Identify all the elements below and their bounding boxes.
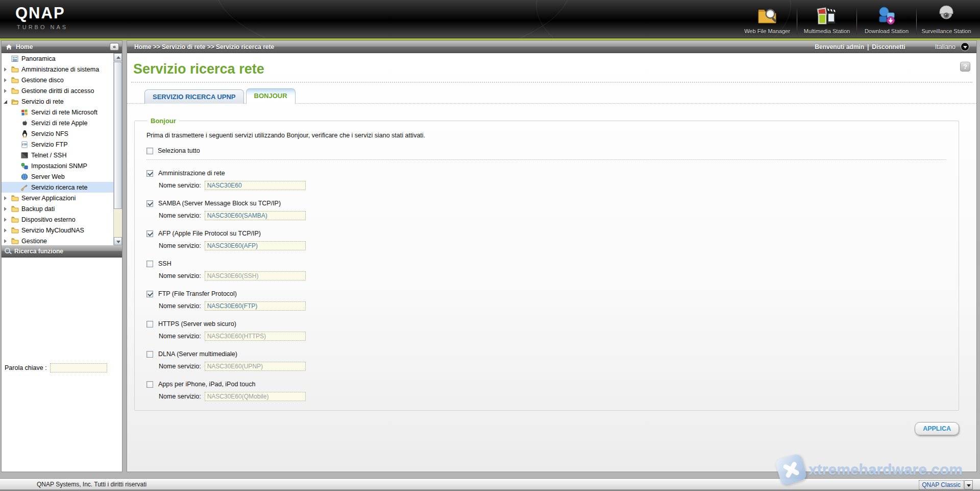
sidebar-item-servizio-ricerca-rete[interactable]: Servizio ricerca rete [2,182,122,193]
service-checkbox-ssh[interactable] [146,261,153,267]
keyword-input[interactable] [50,363,107,372]
chevron-down-icon[interactable] [964,480,973,489]
sidebar-item-gestione-diritti-di-accesso[interactable]: Gestione diritti di accesso [2,85,122,96]
service-name-label: Nome servizio: [159,302,201,310]
sidebar-item-amministrazione-di-sistema[interactable]: Amministrazione di sistema [2,64,122,75]
folder-icon [11,216,19,224]
sidebar-item-servizi-di-rete-apple[interactable]: Servizi di rete Apple [2,118,122,128]
chevron-down-circle-icon[interactable] [961,42,969,51]
content-panel: Home >> Servizio di rete >> Servizio ric… [127,40,977,472]
service-row: Apps per iPhone, iPad, iPod touchNome se… [146,381,946,401]
sidebar-item-server-web[interactable]: Server Web [2,171,122,182]
service-name-input[interactable] [205,211,306,220]
service-name-input[interactable] [205,301,306,311]
expand-arrow-icon[interactable] [4,196,8,201]
house-icon [5,43,13,51]
function-search-header: Ricerca funzione [2,245,122,258]
folder-icon [11,65,19,74]
folder-icon [11,237,19,245]
question-icon[interactable]: ? [960,62,970,72]
sidebar-item-dispositivo-esterno[interactable]: Dispositivo esterno [2,214,122,225]
service-name-input[interactable] [205,271,306,280]
service-checkbox-ftp-file-transfer-protocol[interactable] [146,291,153,297]
sidebar-item-servizi-di-rete-microsoft[interactable]: Servizi di rete Microsoft [2,107,122,118]
qnap-tagline: TURBO NAS [17,24,68,30]
apply-button[interactable]: APPLICA [915,422,959,435]
expand-arrow-icon[interactable] [4,206,8,212]
service-name-input[interactable] [205,392,306,401]
nav-tree: PanoramicaAmministrazione di sistemaGest… [2,53,122,245]
sidebar-item-gestione-disco[interactable]: Gestione disco [2,75,122,85]
expand-arrow-icon[interactable] [4,78,8,83]
service-name-input[interactable] [205,362,306,371]
scroll-up-icon[interactable] [114,53,122,61]
linux-icon [20,130,29,138]
service-name-label: Nome servizio: [159,242,201,249]
scroll-down-icon[interactable] [114,237,122,245]
select-all-label: Seleziona tutto [158,147,200,154]
service-label: DLNA (Server multimediale) [158,350,237,358]
function-search-title: Ricerca funzione [14,248,63,255]
expand-arrow-icon[interactable] [4,67,8,72]
service-name-input[interactable] [205,181,306,190]
sidebar-item-telnet-ssh[interactable]: Telnet / SSH [2,150,122,160]
snmp-icon [20,162,29,170]
folder-icon [11,205,19,213]
web-file-manager-icon [756,5,778,28]
service-row: DLNA (Server multimediale)Nome servizio: [146,350,946,371]
service-checkbox-samba-server-message-block-su-tcp-ip[interactable] [146,200,153,207]
service-row: AFP (Apple File Protocol su TCP/IP)Nome … [146,230,946,250]
collapse-left-icon[interactable] [110,43,119,51]
sidebar-item-servizio-mycloudnas[interactable]: Servizio MyCloudNAS [2,225,122,236]
service-name-input[interactable] [205,241,306,250]
svg-text:FTP: FTP [22,144,27,146]
service-name-input[interactable] [205,332,306,341]
service-name-label: Nome servizio: [159,393,201,400]
tab-bonjour[interactable]: BONJOUR [246,88,296,104]
scrollbar-thumb[interactable] [114,62,122,209]
service-row: SSHNome servizio: [146,260,946,280]
sidebar-item-server-applicazioni[interactable]: Server Applicazioni [2,193,122,203]
service-checkbox-https-server-web-sicuro[interactable] [146,321,153,328]
sidebar-header: Home [2,41,122,53]
qnap-logo: QNAP [15,4,65,22]
discovery-icon [20,183,29,192]
sidebar-item-servizio-ftp[interactable]: FTPServizio FTP [2,139,122,150]
service-checkbox-dlna-server-multimediale[interactable] [146,351,153,358]
select-all-checkbox[interactable] [146,148,153,154]
service-checkbox-apps-per-iphone-ipad-ipod-touch[interactable] [146,381,153,388]
expand-arrow-icon[interactable] [4,217,8,222]
globe-icon [20,173,29,181]
sidebar-item-servizio-di-rete[interactable]: Servizio di rete [2,96,122,107]
service-name-label: Nome servizio: [159,272,201,279]
theme-selector-value[interactable]: QNAP Classic [919,480,964,489]
service-checkbox-amministrazione-di-rete[interactable] [146,170,153,177]
sidebar-item-panoramica[interactable]: Panoramica [2,53,122,64]
ftp-icon: FTP [20,141,29,149]
expand-arrow-icon[interactable] [4,228,8,233]
sidebar-item-gestione[interactable]: Gestione [2,236,122,245]
tab-servizio-ricerca-upnp[interactable]: SERVIZIO RICERCA UPNP [144,89,244,104]
station-web-file-manager[interactable]: Web File Manager [738,5,797,37]
app-footer: QNAP Systems, Inc. Tutti i diritti riser… [0,478,980,491]
overview-icon [11,55,19,63]
service-label: FTP (File Transfer Protocol) [158,290,237,297]
collapse-arrow-icon[interactable] [4,99,8,104]
sidebar-item-backup-dati[interactable]: Backup dati [2,203,122,214]
select-all-separator [146,159,946,160]
sidebar-item-servizio-nfs[interactable]: Servizio NFS [2,128,122,139]
expand-arrow-icon[interactable] [4,239,8,244]
logout-link[interactable]: Disconnetti [872,43,905,51]
service-checkbox-afp-apple-file-protocol-su-tcp-ip[interactable] [146,230,153,237]
expand-arrow-icon[interactable] [4,88,8,93]
station-download-station[interactable]: Download Station [857,5,916,37]
sidebar-item-impostazioni-snmp[interactable]: Impostazioni SNMP [2,160,122,171]
download-station-icon [875,5,898,28]
language-label: Italiano [935,43,955,51]
folder-icon [11,194,19,202]
station-surveillance-station[interactable]: Surveillance Station [917,5,976,37]
sidebar-scrollbar[interactable] [113,53,122,245]
search-icon [5,248,11,254]
station-multimedia-station[interactable]: Multimedia Station [797,5,856,37]
service-row: HTTPS (Server web sicuro)Nome servizio: [146,320,946,341]
